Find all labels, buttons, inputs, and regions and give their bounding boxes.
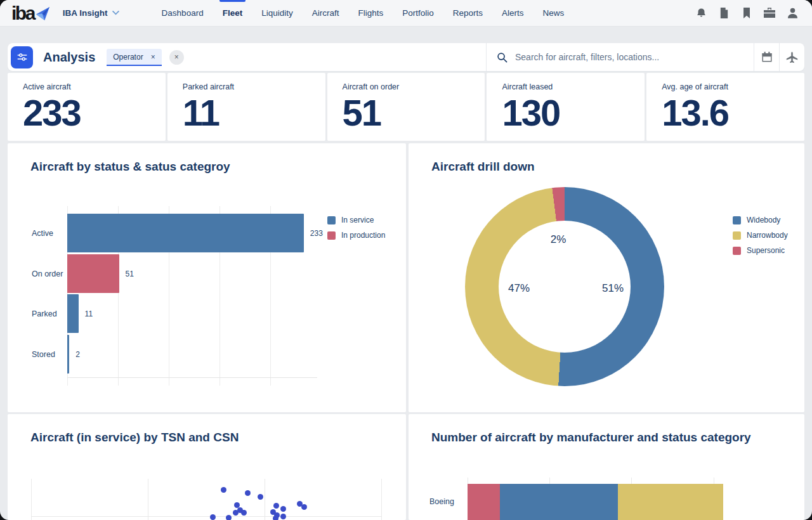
chart-card-tsn-csn-scatter: Aircraft (in service) by TSN and CSN — [8, 414, 406, 520]
bar-active[interactable] — [67, 214, 304, 252]
legend-label: In production — [341, 231, 385, 240]
bar-value-label: 2 — [75, 350, 80, 359]
nav-item-alerts[interactable]: Alerts — [492, 0, 534, 27]
nav-item-dashboard[interactable]: Dashboard — [152, 0, 213, 27]
search-input[interactable] — [515, 52, 743, 62]
kpi-value: 233 — [23, 92, 150, 134]
legend-item-widebody[interactable]: Widebody — [733, 216, 788, 224]
stack-segment[interactable] — [500, 484, 618, 520]
legend-swatch — [327, 231, 336, 240]
bar-row-stored: Stored 2 — [32, 335, 80, 374]
workspace-switcher[interactable]: IBA Insight — [63, 8, 119, 18]
iba-logo[interactable]: iba — [11, 5, 50, 22]
nav-item-aircraft[interactable]: Aircraft — [303, 0, 349, 27]
bar-stored[interactable] — [67, 335, 69, 374]
tick — [631, 478, 632, 484]
notifications-bell-icon[interactable] — [693, 5, 709, 22]
kpi-label: Aircraft on order — [343, 82, 470, 91]
scatter-point — [241, 510, 247, 516]
donut-legend: Widebody Narrowbody Supersonic — [733, 216, 788, 255]
aircraft-mode-button[interactable] — [780, 43, 804, 71]
slice-label-narrowbody: 47% — [508, 282, 530, 295]
stack-segment[interactable] — [468, 484, 500, 520]
bar-row-active: Active 233 — [32, 214, 323, 252]
nav-item-reports[interactable]: Reports — [443, 0, 492, 27]
kpi-label: Aircraft leased — [502, 82, 629, 91]
kpi-card-aircraft-on-order: Aircraft on order 51 — [327, 73, 485, 141]
stacked-bar-boeing[interactable] — [468, 484, 723, 520]
kpi-value: 11 — [183, 92, 310, 134]
scatter-plot-area — [31, 479, 381, 520]
filters-button[interactable] — [11, 46, 33, 68]
kpi-row: Active aircraft 233 Parked aircraft 11 A… — [8, 73, 804, 141]
primary-nav: Dashboard Fleet Liquidity Aircraft Fligh… — [152, 0, 574, 27]
scatter-point — [245, 490, 251, 496]
stack-chart-ticks — [468, 478, 723, 484]
bookmark-icon[interactable] — [738, 5, 755, 22]
kpi-label: Active aircraft — [23, 82, 150, 91]
scatter-point — [280, 506, 286, 512]
tick — [549, 478, 550, 484]
nav-item-portfolio[interactable]: Portfolio — [393, 0, 443, 27]
kpi-label: Parked aircraft — [183, 82, 310, 91]
kpi-card-active-aircraft: Active aircraft 233 — [8, 73, 166, 141]
scatter-point — [273, 516, 278, 520]
briefcase-icon[interactable] — [761, 5, 778, 22]
category-label: Active — [32, 229, 67, 238]
category-label: Parked — [32, 309, 67, 318]
bar-parked[interactable] — [67, 294, 79, 333]
chart-title: Number of aircraft by manufacturer and s… — [431, 431, 751, 445]
iba-logo-text: iba — [11, 5, 34, 22]
category-label: Stored — [32, 350, 67, 359]
charts-grid: Aircraft by status & satus categroy Acti… — [8, 143, 804, 520]
document-icon[interactable] — [716, 5, 732, 22]
bar-chart-legend: In service In production — [327, 216, 385, 240]
bar-value-label: 51 — [126, 270, 134, 278]
legend-label: In service — [341, 216, 374, 224]
x-axis-line — [67, 377, 317, 378]
kpi-value: 130 — [502, 92, 629, 134]
clear-filters-button[interactable]: × — [169, 50, 184, 65]
app-window: iba IBA Insight Dashboard Fleet Liquidit… — [0, 0, 812, 520]
calendar-button[interactable] — [754, 43, 779, 71]
stack-segment[interactable] — [618, 484, 723, 520]
category-label: On order — [32, 270, 67, 278]
scatter-point — [273, 503, 279, 509]
chart-title: Aircraft drill down — [431, 160, 535, 174]
top-navigation-bar: iba IBA Insight Dashboard Fleet Liquidit… — [0, 0, 812, 27]
bar-row-on-order: On order 51 — [32, 254, 134, 293]
scatter-point — [258, 494, 263, 500]
remove-filter-icon[interactable]: × — [151, 53, 155, 61]
chart-title: Aircraft by status & satus categroy — [30, 160, 230, 174]
calendar-icon — [761, 51, 773, 63]
analysis-toolbar: Analysis Operator × × — [8, 43, 804, 71]
legend-item-in-service[interactable]: In service — [327, 216, 385, 224]
nav-item-news[interactable]: News — [534, 0, 574, 27]
kpi-card-aircraft-leased: Aircraft leased 130 — [487, 73, 645, 141]
page-title: Analysis — [43, 50, 95, 65]
slice-label-widebody: 51% — [602, 282, 624, 295]
scatter-point — [226, 515, 232, 520]
sliders-icon — [16, 51, 28, 63]
legend-item-supersonic[interactable]: Supersonic — [733, 246, 788, 255]
iba-logo-plane-icon — [36, 6, 50, 21]
gridline — [31, 516, 381, 517]
kpi-value: 51 — [343, 92, 470, 134]
profile-icon[interactable] — [784, 5, 801, 22]
chart-card-status-bar: Aircraft by status & satus categroy Acti… — [8, 143, 406, 412]
filter-chip-operator[interactable]: Operator × — [107, 49, 161, 66]
bar-row-parked: Parked 11 — [32, 294, 93, 333]
legend-item-in-production[interactable]: In production — [327, 231, 385, 240]
page-content: Analysis Operator × × — [0, 27, 812, 520]
bar-on-order[interactable] — [67, 254, 119, 293]
scatter-point — [210, 514, 216, 520]
legend-label: Narrowbody — [747, 231, 788, 240]
topnav-icon-group — [693, 5, 801, 22]
legend-label: Widebody — [747, 216, 780, 224]
category-label-boeing: Boeing — [429, 497, 454, 506]
workspace-label: IBA Insight — [63, 8, 108, 18]
nav-item-flights[interactable]: Flights — [348, 0, 393, 27]
nav-item-liquidity[interactable]: Liquidity — [252, 0, 303, 27]
legend-item-narrowbody[interactable]: Narrowbody — [733, 231, 788, 240]
nav-item-fleet[interactable]: Fleet — [213, 0, 252, 27]
